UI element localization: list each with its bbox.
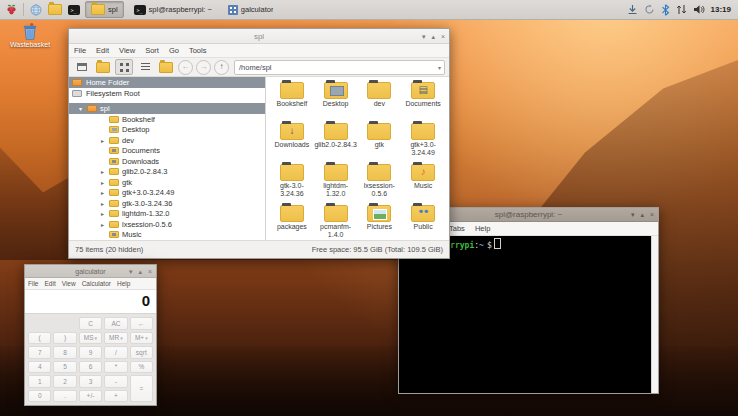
menu-edit[interactable]: Edit (91, 44, 114, 57)
calc-key-divide[interactable]: / (104, 346, 127, 359)
calc-key-percent[interactable]: % (130, 361, 153, 374)
menu-help[interactable]: Help (470, 222, 495, 235)
expander-icon[interactable] (99, 189, 106, 196)
compact-view-button[interactable] (136, 59, 154, 75)
expander-icon[interactable] (99, 221, 106, 228)
calc-key-plus[interactable]: + (104, 390, 127, 403)
tree-item[interactable]: Music (69, 230, 265, 241)
maximize-icon[interactable]: ▴ (138, 268, 142, 275)
menu-sort[interactable]: Sort (140, 44, 164, 57)
expander-icon[interactable] (99, 168, 106, 175)
tree-item-root[interactable]: ▾ spl (69, 103, 265, 114)
expander-icon[interactable]: ▾ (77, 105, 84, 112)
calc-key-3[interactable]: 3 (79, 375, 102, 388)
bluetooth-tray-icon[interactable] (661, 4, 670, 16)
menu-view[interactable]: View (114, 44, 140, 57)
close-icon[interactable]: × (650, 211, 654, 218)
menu-help[interactable]: Help (114, 278, 133, 289)
expander-icon[interactable] (99, 210, 106, 217)
file-item[interactable]: packages (270, 203, 314, 231)
calc-key-6[interactable]: 6 (79, 361, 102, 374)
new-window-button[interactable] (94, 59, 112, 75)
calc-key-open-paren[interactable]: ( (28, 332, 51, 345)
tree-item[interactable]: lightdm-1.32.0 (69, 209, 265, 220)
taskbar-task-galculator[interactable]: galculator (222, 1, 280, 18)
tree-item[interactable]: gtk-3.0-3.24.36 (69, 198, 265, 209)
menu-file[interactable]: File (69, 44, 91, 57)
network-tray-icon[interactable] (676, 4, 687, 15)
calc-key-7[interactable]: 7 (28, 346, 51, 359)
calculator-titlebar[interactable]: galculator ▾ ▴ × (25, 265, 156, 278)
wastebasket-desktop-icon[interactable]: Wastebasket (4, 22, 56, 48)
calc-key-memory-plus[interactable]: M+ (130, 332, 153, 345)
calc-key-close-paren[interactable]: ) (53, 332, 76, 345)
tree-item[interactable]: dev (69, 135, 265, 146)
start-menu-button[interactable] (4, 2, 19, 17)
menu-edit[interactable]: Edit (41, 278, 58, 289)
maximize-icon[interactable]: ▴ (431, 33, 435, 40)
file-item[interactable]: glib2.0-2.84.3 (314, 121, 358, 149)
calc-key-backspace[interactable]: ← (130, 317, 153, 330)
menu-view[interactable]: View (59, 278, 79, 289)
terminal-output[interactable]: spl@raspberrypi:~$ (399, 236, 658, 393)
calc-key-equals[interactable]: = (130, 375, 153, 402)
file-item[interactable]: Downloads (270, 121, 314, 149)
expander-icon[interactable] (99, 179, 106, 186)
calc-key-all-clear[interactable]: AC (104, 317, 127, 330)
tree-item[interactable]: Documents (69, 146, 265, 157)
icon-view-button[interactable] (115, 59, 133, 75)
updates-tray-icon[interactable] (644, 4, 655, 15)
calc-key-memory-store[interactable]: MS (79, 332, 102, 345)
file-item[interactable]: dev (358, 80, 402, 108)
expander-icon[interactable] (99, 137, 106, 144)
minimize-icon[interactable]: ▾ (631, 211, 635, 218)
file-item[interactable]: pcmanfm-1.4.0 (314, 203, 358, 239)
place-home-folder[interactable]: Home Folder (69, 77, 265, 88)
path-dropdown-icon[interactable]: ▾ (438, 64, 444, 71)
calc-key-5[interactable]: 5 (53, 361, 76, 374)
web-browser-launcher[interactable] (28, 2, 43, 17)
taskbar-task-file-manager[interactable]: spl (85, 1, 124, 18)
path-input[interactable] (235, 63, 438, 72)
terminal-launcher[interactable]: >_ (66, 2, 81, 17)
calc-key-decimal[interactable]: . (53, 390, 76, 403)
calc-key-sign[interactable]: +/- (79, 390, 102, 403)
tree-item[interactable]: gtk+3.0-3.24.49 (69, 188, 265, 199)
file-item[interactable]: gtk+3.0-3.24.49 (401, 121, 445, 157)
menu-calculator[interactable]: Calculator (79, 278, 114, 289)
file-item[interactable]: gtk-3.0-3.24.36 (270, 162, 314, 198)
home-button[interactable] (157, 59, 175, 75)
calc-key-memory-recall[interactable]: MR (104, 332, 127, 345)
file-item[interactable]: Pictures (358, 203, 402, 231)
maximize-icon[interactable]: ▴ (640, 211, 644, 218)
file-item[interactable]: Bookshelf (270, 80, 314, 108)
file-item[interactable]: Public (401, 203, 445, 231)
file-item[interactable]: Music (401, 162, 445, 190)
menu-file[interactable]: File (25, 278, 41, 289)
taskbar-task-terminal[interactable]: >_ spl@raspberrypi: ~ (128, 1, 218, 18)
file-item[interactable]: gtk (358, 121, 402, 149)
file-item[interactable]: Documents (401, 80, 445, 108)
tree-item[interactable]: Downloads (69, 156, 265, 167)
volume-tray-icon[interactable] (693, 4, 705, 15)
back-button[interactable]: ← (178, 60, 193, 75)
up-button[interactable]: ↑ (214, 60, 229, 75)
file-item[interactable]: lightdm-1.32.0 (314, 162, 358, 198)
minimize-icon[interactable]: ▾ (422, 33, 426, 40)
calc-key-sqrt[interactable]: sqrt (130, 346, 153, 359)
place-filesystem-root[interactable]: Filesystem Root (69, 88, 265, 99)
calc-key-2[interactable]: 2 (53, 375, 76, 388)
calc-key-9[interactable]: 9 (79, 346, 102, 359)
file-item[interactable]: lxsession-0.5.6 (358, 162, 402, 198)
tree-item[interactable]: lxsession-0.5.6 (69, 219, 265, 230)
clock[interactable]: 13:19 (711, 5, 731, 14)
tree-item[interactable]: Desktop (69, 125, 265, 136)
file-manager-titlebar[interactable]: spl ▾ ▴ × (69, 29, 449, 44)
file-item[interactable]: Desktop (314, 80, 358, 108)
tree-item[interactable]: Bookshelf (69, 114, 265, 125)
calc-key-clear[interactable]: C (79, 317, 102, 330)
close-icon[interactable]: × (148, 268, 152, 275)
menu-tools[interactable]: Tools (184, 44, 212, 57)
minimize-icon[interactable]: ▾ (129, 268, 133, 275)
file-manager-launcher[interactable] (47, 2, 62, 17)
